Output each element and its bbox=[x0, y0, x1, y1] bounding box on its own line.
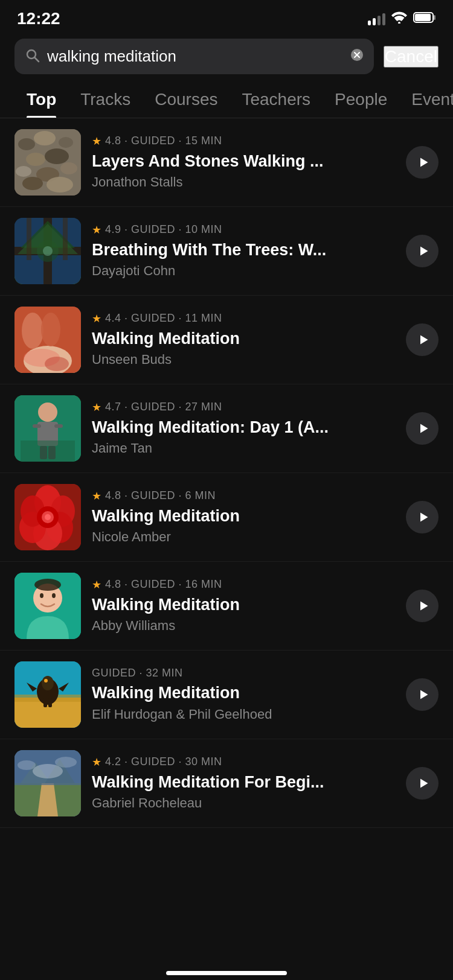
play-button[interactable] bbox=[406, 678, 439, 711]
track-thumbnail bbox=[14, 218, 81, 284]
svg-marker-59 bbox=[420, 513, 428, 522]
svg-point-62 bbox=[40, 593, 43, 598]
status-bar: 12:22 bbox=[0, 0, 453, 33]
svg-point-81 bbox=[18, 760, 36, 770]
battery-icon bbox=[413, 11, 436, 26]
cancel-button[interactable]: Cancel bbox=[384, 46, 439, 68]
track-meta: ★4.9 · GUIDED · 10 MIN bbox=[92, 223, 395, 237]
track-meta-text: 4.8 · GUIDED · 16 MIN bbox=[105, 578, 222, 591]
star-icon: ★ bbox=[92, 578, 101, 591]
track-info: GUIDED · 32 MIN Walking Meditation Elif … bbox=[92, 667, 395, 722]
tab-top[interactable]: Top bbox=[14, 80, 68, 118]
star-icon: ★ bbox=[92, 135, 101, 148]
svg-point-63 bbox=[52, 593, 56, 598]
svg-point-10 bbox=[34, 131, 56, 145]
track-title: Walking Meditation For Begi... bbox=[92, 772, 395, 792]
track-meta: ★4.4 · GUIDED · 11 MIN bbox=[92, 312, 395, 325]
track-info: ★4.4 · GUIDED · 11 MIN Walking Meditatio… bbox=[92, 312, 395, 368]
svg-line-4 bbox=[35, 57, 39, 62]
track-item: ★4.8 · GUIDED · 6 MIN Walking Meditation… bbox=[0, 473, 453, 562]
status-time: 12:22 bbox=[17, 9, 60, 28]
track-title: Walking Meditation bbox=[92, 506, 395, 526]
svg-point-82 bbox=[55, 757, 77, 768]
tab-tracks[interactable]: Tracks bbox=[68, 80, 143, 118]
star-icon: ★ bbox=[92, 223, 101, 237]
svg-rect-73 bbox=[48, 698, 52, 707]
svg-point-12 bbox=[26, 153, 45, 166]
tab-events[interactable]: Events bbox=[399, 80, 453, 118]
star-icon: ★ bbox=[92, 312, 101, 325]
track-author: Nicole Amber bbox=[92, 529, 395, 545]
status-icons bbox=[368, 11, 436, 26]
svg-rect-43 bbox=[33, 424, 41, 428]
svg-point-9 bbox=[18, 138, 35, 150]
track-meta-text: 4.4 · GUIDED · 11 MIN bbox=[105, 312, 222, 325]
track-title: Layers And Stones Walking ... bbox=[92, 151, 395, 171]
play-button[interactable] bbox=[406, 323, 439, 356]
track-thumbnail bbox=[14, 484, 81, 550]
search-box[interactable]: walking meditation bbox=[14, 39, 374, 74]
track-info: ★4.9 · GUIDED · 10 MIN Breathing With Th… bbox=[92, 223, 395, 279]
signal-icon bbox=[368, 12, 385, 25]
tab-teachers[interactable]: Teachers bbox=[230, 80, 323, 118]
play-button[interactable] bbox=[406, 146, 439, 179]
track-author: Elif Hurdogan & Phil Geelhoed bbox=[92, 707, 395, 722]
play-button[interactable] bbox=[406, 412, 439, 445]
track-thumbnail bbox=[14, 750, 81, 816]
track-item: ★4.9 · GUIDED · 10 MIN Breathing With Th… bbox=[0, 207, 453, 296]
track-item: ★4.7 · GUIDED · 27 MIN Walking Meditatio… bbox=[0, 384, 453, 473]
track-info: ★4.7 · GUIDED · 27 MIN Walking Meditatio… bbox=[92, 401, 395, 456]
search-input[interactable]: walking meditation bbox=[47, 47, 344, 66]
svg-point-32 bbox=[22, 313, 43, 349]
track-meta: ★4.8 · GUIDED · 15 MIN bbox=[92, 135, 395, 148]
track-title: Walking Meditation: Day 1 (A... bbox=[92, 418, 395, 437]
svg-point-80 bbox=[33, 764, 63, 778]
clear-icon[interactable] bbox=[351, 49, 363, 65]
track-meta: ★4.2 · GUIDED · 30 MIN bbox=[92, 756, 395, 769]
star-icon: ★ bbox=[92, 756, 101, 769]
home-indicator bbox=[0, 964, 453, 980]
track-author: Abby Williams bbox=[92, 618, 395, 634]
svg-marker-19 bbox=[420, 158, 428, 167]
track-info: ★4.2 · GUIDED · 30 MIN Walking Meditatio… bbox=[92, 756, 395, 811]
svg-point-28 bbox=[43, 246, 53, 256]
track-thumbnail bbox=[14, 395, 81, 462]
svg-rect-1 bbox=[434, 15, 435, 20]
track-item: ★4.8 · GUIDED · 15 MIN Layers And Stones… bbox=[0, 118, 453, 207]
wifi-icon bbox=[391, 11, 407, 26]
search-bar-row: walking meditation Cancel bbox=[0, 33, 453, 80]
track-author: Jaime Tan bbox=[92, 441, 395, 456]
track-title: Breathing With The Trees: W... bbox=[92, 240, 395, 259]
tabs-row: TopTracksCoursesTeachersPeopleEvents bbox=[0, 80, 453, 118]
track-info: ★4.8 · GUIDED · 6 MIN Walking Meditation… bbox=[92, 489, 395, 545]
track-thumbnail bbox=[14, 661, 81, 728]
track-author: Dayajoti Cohn bbox=[92, 263, 395, 279]
svg-rect-2 bbox=[415, 14, 431, 21]
track-info: ★4.8 · GUIDED · 15 MIN Layers And Stones… bbox=[92, 135, 395, 190]
track-item: GUIDED · 32 MIN Walking Meditation Elif … bbox=[0, 651, 453, 739]
track-author: Gabriel Rocheleau bbox=[92, 795, 395, 811]
track-meta-text: 4.9 · GUIDED · 10 MIN bbox=[105, 223, 222, 236]
track-thumbnail bbox=[14, 307, 81, 373]
play-button[interactable] bbox=[406, 501, 439, 533]
svg-point-38 bbox=[45, 357, 69, 371]
track-thumbnail bbox=[14, 573, 81, 639]
tab-courses[interactable]: Courses bbox=[143, 80, 230, 118]
track-meta-text: 4.2 · GUIDED · 30 MIN bbox=[105, 756, 222, 768]
track-thumbnail bbox=[14, 129, 81, 196]
svg-marker-65 bbox=[420, 602, 428, 611]
tab-people[interactable]: People bbox=[323, 80, 399, 118]
play-button[interactable] bbox=[406, 767, 439, 800]
svg-point-71 bbox=[44, 679, 48, 682]
track-meta-text: 4.8 · GUIDED · 15 MIN bbox=[105, 135, 222, 147]
search-icon bbox=[25, 48, 40, 65]
track-item: ★4.8 · GUIDED · 16 MIN Walking Meditatio… bbox=[0, 562, 453, 651]
svg-point-16 bbox=[60, 162, 77, 174]
svg-point-41 bbox=[38, 402, 57, 422]
svg-point-13 bbox=[45, 148, 69, 164]
play-button[interactable] bbox=[406, 235, 439, 267]
svg-marker-39 bbox=[420, 336, 428, 345]
svg-rect-47 bbox=[21, 441, 75, 462]
track-author: Jonathon Stalls bbox=[92, 174, 395, 190]
play-button[interactable] bbox=[406, 590, 439, 622]
